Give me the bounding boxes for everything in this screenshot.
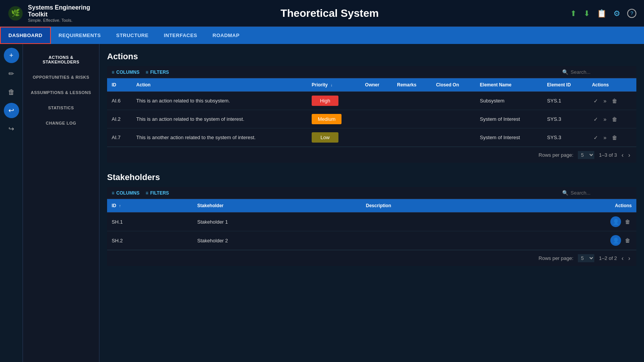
top-header: 🌿 Systems Engineering Toolkit Simple. Ef… bbox=[0, 0, 644, 27]
action-remarks bbox=[392, 92, 431, 110]
actions-table-toolbar: ≡ COLUMNS ≡ FILTERS 🔍 bbox=[107, 66, 636, 78]
action-id: AI.6 bbox=[107, 92, 132, 110]
table-row: AI.6 This is an action related to this s… bbox=[107, 92, 636, 110]
actions-columns-button[interactable]: ≡ COLUMNS bbox=[112, 70, 140, 75]
sh-name: Stakeholder 2 bbox=[193, 231, 361, 250]
stakeholders-title: Stakeholders bbox=[107, 172, 636, 182]
action-element-name: System of Interest bbox=[475, 128, 543, 147]
edit-button[interactable]: ✏ bbox=[4, 66, 19, 81]
sh-col-id: ID ↑ bbox=[107, 199, 193, 213]
action-priority: Medium bbox=[307, 110, 361, 128]
stakeholders-search-input[interactable] bbox=[571, 190, 632, 196]
action-delete-button[interactable]: 🗑 bbox=[610, 134, 619, 141]
redo-button[interactable]: ↪ bbox=[4, 121, 19, 136]
col-remarks: Remarks bbox=[392, 78, 431, 92]
nav-item-interfaces[interactable]: INTERFACES bbox=[156, 27, 205, 44]
sidebar-item-opportunities-risks[interactable]: OPPORTUNITIES & RISKS bbox=[23, 70, 99, 85]
stakeholders-filters-button[interactable]: ≡ FILTERS bbox=[146, 190, 169, 196]
action-owner bbox=[361, 128, 393, 147]
action-forward-button[interactable]: » bbox=[602, 115, 608, 123]
actions-prev-page-button[interactable]: ‹ bbox=[621, 152, 623, 159]
action-element-id: SYS.3 bbox=[543, 128, 587, 147]
nav-item-roadmap[interactable]: ROADMAP bbox=[205, 27, 247, 44]
actions-filters-button[interactable]: ≡ FILTERS bbox=[146, 70, 169, 75]
actions-table-container: ≡ COLUMNS ≡ FILTERS 🔍 bbox=[107, 66, 636, 163]
action-text: This is another action related to the sy… bbox=[132, 128, 307, 147]
stakeholders-table-container: ≡ COLUMNS ≡ FILTERS 🔍 bbox=[107, 187, 636, 266]
action-check-button[interactable]: ✓ bbox=[592, 134, 600, 141]
app-logo: 🌿 bbox=[8, 4, 23, 23]
nav-item-structure[interactable]: STRUCTURE bbox=[109, 27, 156, 44]
sh-page-info: 1–2 of 2 bbox=[599, 255, 617, 261]
logo-text: Systems Engineering Toolkit Simple. Effe… bbox=[28, 4, 99, 23]
sh-delete-button[interactable]: 🗑 bbox=[623, 237, 632, 244]
stakeholders-columns-button[interactable]: ≡ COLUMNS bbox=[112, 190, 140, 196]
sidebar-item-actions-stakeholders[interactable]: ACTIONS & STAKEHOLDERS bbox=[23, 50, 99, 70]
col-element-name: Element Name bbox=[475, 78, 543, 92]
actions-rows-per-page-select[interactable]: 5 10 25 bbox=[578, 151, 594, 159]
sh-delete-button[interactable]: 🗑 bbox=[623, 218, 632, 226]
stakeholders-rows-per-page-select[interactable]: 5 10 25 bbox=[578, 254, 594, 262]
action-owner bbox=[361, 110, 393, 128]
actions-rows-per-page-label: Rows per page: bbox=[538, 152, 573, 158]
actions-table: ID Action Priority ↓ Owner Remarks Close… bbox=[107, 78, 636, 147]
stakeholders-prev-page-button[interactable]: ‹ bbox=[621, 255, 623, 262]
actions-next-page-button[interactable]: › bbox=[628, 152, 630, 159]
add-file-icon[interactable]: 📋 bbox=[597, 9, 607, 18]
stakeholders-next-page-button[interactable]: › bbox=[628, 255, 630, 262]
action-closed-on bbox=[431, 92, 475, 110]
actions-table-body: AI.6 This is an action related to this s… bbox=[107, 92, 636, 147]
action-closed-on bbox=[431, 128, 475, 147]
action-forward-button[interactable]: » bbox=[602, 97, 608, 105]
sidebar-item-statistics[interactable]: STATISTICS bbox=[23, 100, 99, 115]
action-check-button[interactable]: ✓ bbox=[592, 115, 600, 123]
table-row: AI.2 This is an action related to the sy… bbox=[107, 110, 636, 128]
add-button[interactable]: + bbox=[4, 48, 19, 63]
action-remarks bbox=[392, 128, 431, 147]
sh-description bbox=[361, 213, 507, 231]
col-action: Action bbox=[132, 78, 307, 92]
logo-area: 🌿 Systems Engineering Toolkit Simple. Ef… bbox=[8, 4, 99, 23]
system-title: Theoretical System bbox=[99, 7, 560, 19]
actions-title: Actions bbox=[107, 52, 636, 62]
sidebar-item-change-log[interactable]: CHANGE LOG bbox=[23, 115, 99, 131]
stakeholders-table-toolbar: ≡ COLUMNS ≡ FILTERS 🔍 bbox=[107, 187, 636, 199]
nav-item-requirements[interactable]: REQUIREMENTS bbox=[51, 27, 109, 44]
settings-icon[interactable]: ⚙ bbox=[613, 9, 620, 18]
action-forward-button[interactable]: » bbox=[602, 134, 608, 141]
action-element-id: SYS.3 bbox=[543, 110, 587, 128]
nav-bar: DASHBOARD REQUIREMENTS STRUCTURE INTERFA… bbox=[0, 27, 644, 44]
sidebar-item-assumptions-lessons[interactable]: ASSUMPTIONS & LESSONS bbox=[23, 85, 99, 100]
col-closed-on: Closed On bbox=[431, 78, 475, 92]
action-remarks bbox=[392, 110, 431, 128]
app-subtitle: Simple. Effective. Tools. bbox=[28, 18, 99, 23]
action-row-actions: ✓ » 🗑 bbox=[587, 128, 636, 147]
action-id: AI.7 bbox=[107, 128, 132, 147]
sh-columns-icon: ≡ bbox=[112, 190, 114, 196]
stakeholder-person-icon[interactable]: 👤 bbox=[610, 235, 621, 246]
action-closed-on bbox=[431, 110, 475, 128]
table-row: SH.1 Stakeholder 1 👤 🗑 bbox=[107, 213, 636, 231]
actions-search-input[interactable] bbox=[571, 69, 632, 75]
delete-button[interactable]: 🗑 bbox=[4, 84, 19, 100]
col-priority: Priority ↓ bbox=[307, 78, 361, 92]
stakeholder-person-icon[interactable]: 👤 bbox=[610, 216, 621, 227]
download-icon[interactable]: ⬇ bbox=[584, 9, 590, 18]
sh-row-actions: 👤 🗑 bbox=[507, 213, 636, 231]
nav-item-dashboard[interactable]: DASHBOARD bbox=[0, 27, 51, 44]
actions-section: Actions ≡ COLUMNS ≡ FILTERS 🔍 bbox=[107, 52, 636, 163]
upload-icon[interactable]: ⬆ bbox=[570, 9, 577, 18]
undo-button[interactable]: ↩ bbox=[4, 103, 19, 118]
stakeholders-section: Stakeholders ≡ COLUMNS ≡ FILTERS 🔍 bbox=[107, 172, 636, 266]
sh-id: SH.1 bbox=[107, 213, 193, 231]
action-element-name: System of Interest bbox=[475, 110, 543, 128]
action-text: This is an action related to the system … bbox=[132, 110, 307, 128]
help-icon[interactable]: ? bbox=[627, 9, 636, 18]
action-delete-button[interactable]: 🗑 bbox=[610, 97, 619, 105]
action-id: AI.2 bbox=[107, 110, 132, 128]
action-check-button[interactable]: ✓ bbox=[592, 97, 600, 105]
action-delete-button[interactable]: 🗑 bbox=[610, 115, 619, 123]
col-actions: Actions bbox=[587, 78, 636, 92]
stakeholders-table-header-row: ID ↑ Stakeholder Description Actions bbox=[107, 199, 636, 213]
col-element-id: Element ID bbox=[543, 78, 587, 92]
